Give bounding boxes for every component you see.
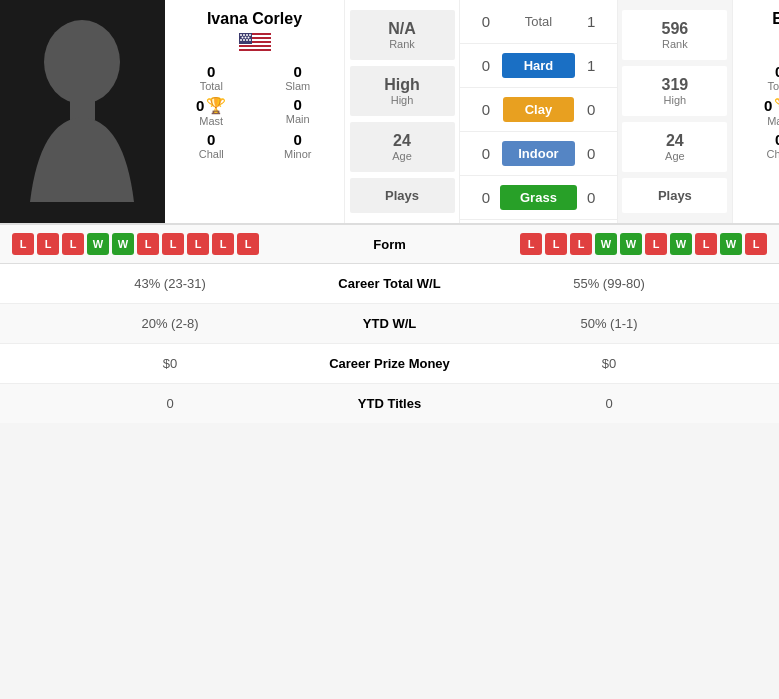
clay-btn[interactable]: Clay xyxy=(503,97,574,122)
right-form-w4: W xyxy=(720,233,742,255)
right-form-w2: W xyxy=(620,233,642,255)
left-age-block: 24 Age xyxy=(350,122,455,172)
form-badge-l4: L xyxy=(137,233,159,255)
svg-point-16 xyxy=(247,37,249,39)
stat-row-career-total: 43% (23-31) Career Total W/L 55% (99-80) xyxy=(0,264,779,304)
career-total-label: Career Total W/L xyxy=(325,276,454,291)
svg-rect-2 xyxy=(70,100,95,120)
right-form-l6: L xyxy=(745,233,767,255)
right-form-w1: W xyxy=(595,233,617,255)
ytd-left: 20% (2-8) xyxy=(15,316,325,331)
indoor-left-score: 0 xyxy=(460,145,500,162)
right-stat-total: 0 Total xyxy=(738,63,779,92)
left-high-block: High High xyxy=(350,66,455,116)
left-form-badges: L L L W W L L L L L xyxy=(12,233,332,255)
bottom-stats: 43% (23-31) Career Total W/L 55% (99-80)… xyxy=(0,264,779,423)
svg-point-1 xyxy=(44,20,120,104)
prize-label: Career Prize Money xyxy=(325,356,454,371)
svg-point-19 xyxy=(246,39,248,41)
svg-rect-7 xyxy=(239,47,271,49)
total-label: Total xyxy=(500,14,577,29)
left-flag xyxy=(239,33,271,53)
form-badge-l8: L xyxy=(237,233,259,255)
left-stat-chall: 0 Chall xyxy=(170,131,253,160)
right-center-stats: 596 Rank 319 High 24 Age Plays xyxy=(617,0,732,223)
grass-right-score: 0 xyxy=(577,189,617,206)
left-player-photo xyxy=(0,0,165,223)
right-stat-mast: 0 🏆 Mast xyxy=(738,96,779,127)
svg-rect-8 xyxy=(239,51,271,53)
svg-point-12 xyxy=(246,34,248,36)
clay-right-score: 0 xyxy=(577,101,617,118)
total-right-score: 1 xyxy=(577,13,617,30)
hard-btn[interactable]: Hard xyxy=(502,53,576,78)
form-label: Form xyxy=(332,237,447,252)
career-total-left: 43% (23-31) xyxy=(15,276,325,291)
svg-point-20 xyxy=(249,39,251,41)
indoor-right-score: 0 xyxy=(577,145,617,162)
right-plays-block: Plays xyxy=(622,178,727,213)
svg-point-14 xyxy=(241,37,243,39)
right-age-block: 24 Age xyxy=(622,122,727,172)
right-form-l2: L xyxy=(545,233,567,255)
stat-row-prize: $0 Career Prize Money $0 xyxy=(0,344,779,384)
clay-left-score: 0 xyxy=(460,101,500,118)
titles-label: YTD Titles xyxy=(325,396,454,411)
form-badge-l5: L xyxy=(162,233,184,255)
svg-point-11 xyxy=(243,34,245,36)
right-high-block: 319 High xyxy=(622,66,727,116)
indoor-btn[interactable]: Indoor xyxy=(502,141,574,166)
right-form-l4: L xyxy=(645,233,667,255)
form-badge-l2: L xyxy=(37,233,59,255)
grass-row: 0 Grass 0 xyxy=(460,176,617,220)
right-form-w3: W xyxy=(670,233,692,255)
career-total-right: 55% (99-80) xyxy=(454,276,764,291)
prize-left: $0 xyxy=(15,356,325,371)
surface-scores: 0 Total 1 0 Hard 1 0 Clay 0 xyxy=(460,0,617,223)
hard-row: 0 Hard 1 xyxy=(460,44,617,88)
right-form-l1: L xyxy=(520,233,542,255)
right-form-badges: L L L W W L W L W L xyxy=(447,233,767,255)
right-stat-chall: 0 Chall xyxy=(738,131,779,160)
grass-left-score: 0 xyxy=(460,189,500,206)
left-player-info: Ivana Corley xyxy=(165,0,345,223)
left-plays-block: Plays xyxy=(350,178,455,213)
hard-right-score: 1 xyxy=(577,57,617,74)
ytd-right: 50% (1-1) xyxy=(454,316,764,331)
prize-right: $0 xyxy=(454,356,764,371)
form-badge-w1: W xyxy=(87,233,109,255)
total-score-row: 0 Total 1 xyxy=(460,0,617,44)
grass-btn[interactable]: Grass xyxy=(500,185,577,210)
right-rank-block: 596 Rank xyxy=(622,10,727,60)
hard-left-score: 0 xyxy=(460,57,500,74)
svg-point-18 xyxy=(243,39,245,41)
svg-point-10 xyxy=(240,34,242,36)
form-badge-l3: L xyxy=(62,233,84,255)
left-stat-total: 0 Total xyxy=(170,63,253,92)
left-stat-minor: 0 Minor xyxy=(257,131,340,160)
left-silhouette xyxy=(0,2,165,222)
right-player-name: Ellie Douglas xyxy=(772,10,779,28)
left-player-name: Ivana Corley xyxy=(207,10,302,28)
right-form-l5: L xyxy=(695,233,717,255)
center-player-stats: N/A Rank High High 24 Age Plays xyxy=(345,0,460,223)
total-left-score: 0 xyxy=(460,13,500,30)
stat-row-ytd: 20% (2-8) YTD W/L 50% (1-1) xyxy=(0,304,779,344)
form-badge-l6: L xyxy=(187,233,209,255)
stat-row-titles: 0 YTD Titles 0 xyxy=(0,384,779,423)
form-section: L L L W W L L L L L Form L L L W W L W L… xyxy=(0,225,779,264)
left-stat-main: 0 Main xyxy=(257,96,340,127)
svg-point-17 xyxy=(240,39,242,41)
right-player-info: Ellie Douglas xyxy=(732,0,779,223)
titles-left: 0 xyxy=(15,396,325,411)
indoor-row: 0 Indoor 0 xyxy=(460,132,617,176)
titles-right: 0 xyxy=(454,396,764,411)
ytd-label: YTD W/L xyxy=(325,316,454,331)
main-container: Ivana Corley xyxy=(0,0,779,423)
form-badge-l7: L xyxy=(212,233,234,255)
form-badge-w2: W xyxy=(112,233,134,255)
clay-row: 0 Clay 0 xyxy=(460,88,617,132)
svg-point-15 xyxy=(244,37,246,39)
form-badge-l1: L xyxy=(12,233,34,255)
left-rank-block: N/A Rank xyxy=(350,10,455,60)
